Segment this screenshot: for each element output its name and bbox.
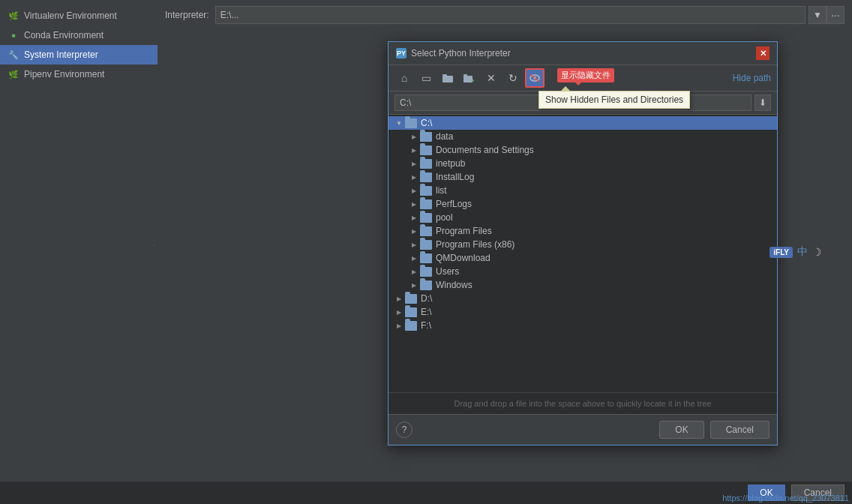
tree-arrow-pool: ▶ <box>410 213 418 222</box>
tree-item-programfiles86[interactable]: ▶ Program Files (x86) <box>388 238 777 251</box>
dialog-py-icon: PY <box>396 48 406 58</box>
folder-icon-documents <box>420 146 432 155</box>
folder-icon-qmdownload <box>420 254 432 263</box>
drag-hint: Drag and drop a file into the space abov… <box>388 392 777 414</box>
tree-item-list[interactable]: ▶ list <box>388 184 777 197</box>
sidebar-item-conda[interactable]: ● Conda Environment <box>0 26 158 45</box>
dialog-footer: ? OK Cancel <box>388 414 777 445</box>
tree-item-perflogs[interactable]: ▶ PerfLogs <box>388 197 777 211</box>
tree-item-qmdownload[interactable]: ▶ QMDownload <box>388 251 777 265</box>
pipenv-icon: 🌿 <box>8 68 20 80</box>
ifly-logo: iFLY <box>770 247 793 258</box>
tree-item-installlog[interactable]: ▶ InstallLog <box>388 170 777 184</box>
toolbar-desktop-button[interactable]: ▭ <box>416 68 436 88</box>
tree-item-windows[interactable]: ▶ Windows <box>388 278 777 292</box>
toolbar-folder-button[interactable] <box>438 68 458 88</box>
dropdown-btn[interactable]: ▼ <box>808 6 826 24</box>
tree-label-installlog: InstallLog <box>436 172 474 182</box>
help-button[interactable]: ? <box>396 422 412 438</box>
tree-item-e[interactable]: ▶ E:\ <box>388 305 777 319</box>
main-content: PY Select Python Interpreter ✕ ⌂ ▭ + <box>158 30 852 504</box>
tree-label-f: F:\ <box>421 320 431 331</box>
toolbar-show-hidden-button[interactable] <box>525 68 544 88</box>
sidebar-item-system[interactable]: 🔧 System Interpreter <box>0 45 158 64</box>
tooltip-box: Show Hidden Files and Directories <box>538 91 690 109</box>
toolbar-cancel-button[interactable]: ✕ <box>482 68 501 88</box>
folder-icon-data <box>420 132 432 142</box>
virtualenv-icon: 🌿 <box>8 10 20 22</box>
tree-item-pool[interactable]: ▶ pool <box>388 211 777 224</box>
folder-icon-pool <box>420 213 432 223</box>
tree-arrow-perflogs: ▶ <box>410 200 418 208</box>
tree-item-f[interactable]: ▶ F:\ <box>388 319 777 332</box>
tree-item-data[interactable]: ▶ data <box>388 130 777 143</box>
bottom-url: https://blog.csdn.net/qq_23073811 <box>719 492 852 504</box>
tree-label-c: C:\ <box>421 118 432 128</box>
tree-label-qmdownload: QMDownload <box>436 253 490 263</box>
chinese-arrow <box>574 82 582 86</box>
file-tree: ▼ C:\ ▶ data ▶ Documents and Settings ▶ <box>388 115 777 392</box>
path-download-button[interactable]: ⬇ <box>754 94 771 111</box>
tooltip-container: Show Hidden Files and Directories <box>538 91 690 109</box>
dialog-toolbar: ⌂ ▭ + ✕ ↻ <box>388 65 777 92</box>
folder-icon-list <box>420 186 432 196</box>
tree-arrow-c: ▼ <box>394 118 404 128</box>
dialog-title-left: PY Select Python Interpreter <box>396 48 511 58</box>
tree-arrow-data: ▶ <box>410 132 418 141</box>
sidebar-item-label: Virtualenv Environment <box>24 10 117 21</box>
tree-item-d[interactable]: ▶ D:\ <box>388 292 777 305</box>
tree-item-inetpub[interactable]: ▶ inetpub <box>388 157 777 170</box>
sidebar-item-label: Conda Environment <box>24 30 104 40</box>
topbar: Interpreter: ▼ ··· <box>158 0 852 30</box>
tree-arrow-programfiles86: ▶ <box>410 240 418 249</box>
tree-item-users[interactable]: ▶ Users <box>388 265 777 278</box>
hide-path-button[interactable]: Hide path <box>733 73 771 83</box>
tree-label-e: E:\ <box>421 307 432 317</box>
toolbar-refresh-button[interactable]: ↻ <box>503 68 523 88</box>
sidebar-item-label: System Interpreter <box>24 50 98 60</box>
tooltip-callout <box>561 86 570 91</box>
tree-arrow-windows: ▶ <box>410 280 418 290</box>
tree-arrow-inetpub: ▶ <box>410 159 418 168</box>
sidebar: 🌿 Virtualenv Environment ● Conda Environ… <box>0 0 158 504</box>
interpreter-label: Interpreter: <box>165 10 209 20</box>
footer-buttons: OK Cancel <box>659 421 770 439</box>
interpreter-path-input[interactable] <box>215 6 806 24</box>
tree-arrow-documents: ▶ <box>410 146 418 154</box>
tree-label-programfiles86: Program Files (x86) <box>436 239 514 250</box>
tree-label-data: data <box>436 131 453 142</box>
folder-icon-programfiles <box>420 226 432 236</box>
folder-icon-users <box>420 267 432 277</box>
folder-icon-c <box>405 118 417 128</box>
tree-item-c-root[interactable]: ▼ C:\ <box>388 116 777 130</box>
tree-arrow-installlog: ▶ <box>410 172 418 182</box>
tree-label-pool: pool <box>436 212 453 223</box>
tree-arrow-f: ▶ <box>394 321 404 330</box>
tree-item-programfiles[interactable]: ▶ Program Files <box>388 224 777 238</box>
dialog-title: Select Python Interpreter <box>411 48 511 58</box>
ok-button[interactable]: OK <box>659 421 704 439</box>
tree-arrow-users: ▶ <box>410 267 418 276</box>
tree-item-documents[interactable]: ▶ Documents and Settings <box>388 143 777 157</box>
toolbar-home-button[interactable]: ⌂ <box>394 68 414 88</box>
ifly-chinese-char: 中 <box>797 245 808 259</box>
folder-icon-programfiles86 <box>420 240 432 250</box>
cancel-button[interactable]: Cancel <box>710 421 770 439</box>
tree-arrow-list: ▶ <box>410 186 418 195</box>
sidebar-item-pipenv[interactable]: 🌿 Pipenv Environment <box>0 64 158 84</box>
tree-label-inetpub: inetpub <box>436 158 465 169</box>
dialog-close-button[interactable]: ✕ <box>756 46 770 60</box>
bottom-bar: OK Cancel https://blog.csdn.net/qq_23073… <box>0 482 852 504</box>
tree-label-d: D:\ <box>421 293 432 304</box>
toolbar-new-folder-button[interactable]: + <box>460 68 479 88</box>
tree-label-programfiles: Program Files <box>436 226 492 236</box>
conda-icon: ● <box>8 29 20 41</box>
folder-icon-perflogs <box>420 200 432 209</box>
chinese-annotation: 显示隐藏文件 <box>557 68 614 82</box>
tree-label-list: list <box>436 185 447 196</box>
tree-label-windows: Windows <box>436 280 472 290</box>
sidebar-item-virtualenv[interactable]: 🌿 Virtualenv Environment <box>0 6 158 26</box>
svg-rect-0 <box>442 76 453 82</box>
more-btn[interactable]: ··· <box>826 6 844 24</box>
dialog-titlebar: PY Select Python Interpreter ✕ <box>388 42 777 65</box>
